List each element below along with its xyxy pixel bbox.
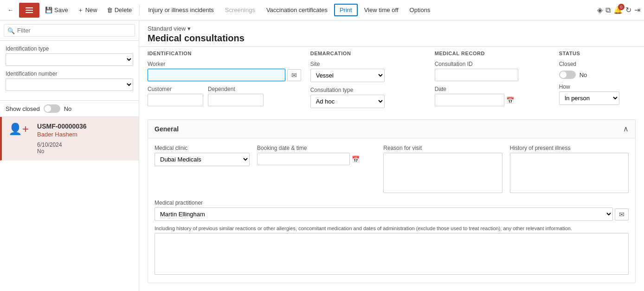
id-number-group: Identification number	[6, 71, 133, 91]
filter-input[interactable]	[4, 24, 135, 37]
main-layout: 🔍 Identification type Identification num…	[0, 20, 644, 291]
record-id: USMF-00000036	[37, 123, 132, 130]
history-note-section: Including history of previous similar re…	[155, 226, 629, 276]
worker-row: Worker Bader Hashem ✉	[148, 61, 301, 81]
nav-injury[interactable]: Injury or illness incidents	[143, 5, 219, 15]
separator	[139, 5, 140, 16]
date-field: Date 6/10/2024 📅	[435, 86, 550, 106]
customer-input[interactable]	[148, 94, 203, 106]
medical-record-col-label: MEDICAL RECORD	[435, 51, 550, 56]
reason-for-visit-label: Reason for visit	[383, 145, 502, 151]
record-item[interactable]: 👤+ USMF-00000036 Bader Hashem 6/10/2024 …	[0, 117, 139, 161]
date-input[interactable]: 6/10/2024	[435, 94, 504, 106]
new-button[interactable]: ＋ New	[74, 4, 101, 16]
sidebar-fields: Identification type Identification numbe…	[0, 41, 139, 101]
history-note-label: Including history of previous similar re…	[155, 226, 629, 231]
booking-datetime-field: Booking date & time 6/7/2024 12:00:00 AM…	[257, 145, 376, 193]
content-area: Standard view ▾ Medical consultations ID…	[139, 20, 644, 291]
nav-print[interactable]: Print	[334, 4, 358, 16]
how-select[interactable]: In person	[559, 91, 619, 105]
nav-vaccination[interactable]: Vaccination certificates	[262, 5, 332, 15]
content-header: Standard view ▾ Medical consultations	[139, 20, 644, 47]
toolbar: ← 💾 Save ＋ New 🗑 Delete Injury or illnes…	[0, 0, 644, 20]
history-label: History of present illness	[510, 145, 629, 151]
layers-icon[interactable]: ⧉	[605, 6, 611, 14]
demarcation-col-label: DEMARCATION	[310, 51, 425, 56]
how-label: How	[559, 84, 636, 90]
notification-badge[interactable]: 🔔 0	[613, 6, 623, 14]
id-number-label: Identification number	[6, 71, 133, 77]
collapse-button[interactable]: ∧	[623, 124, 629, 133]
top-columns-row: IDENTIFICATION Worker Bader Hashem ✉ C	[148, 47, 636, 115]
history-note-textarea[interactable]	[155, 233, 629, 275]
site-label: Site	[310, 61, 425, 67]
booking-calendar-icon[interactable]: 📅	[352, 155, 360, 163]
hamburger-menu[interactable]	[19, 3, 39, 18]
nav-options[interactable]: Options	[405, 5, 435, 15]
id-type-group: Identification type	[6, 45, 133, 66]
history-field: History of present illness	[510, 145, 629, 193]
refresh-icon[interactable]: ↻	[625, 6, 631, 14]
site-field: Site Vessel	[310, 61, 425, 82]
show-closed-section: Show closed No	[0, 101, 139, 117]
id-type-select[interactable]	[6, 53, 133, 66]
consultation-id-label: Consultation ID	[435, 61, 550, 67]
closed-toggle-slider	[559, 71, 576, 79]
general-body: Medical clinic Dubai Medicals Booking da…	[148, 138, 635, 283]
date-label: Date	[435, 86, 550, 92]
worker-email-button[interactable]: ✉	[287, 69, 301, 81]
history-textarea[interactable]	[510, 153, 629, 193]
worker-field: Worker Bader Hashem ✉	[148, 61, 301, 81]
customer-field: Customer	[148, 86, 203, 106]
sidebar-filter-section: 🔍	[0, 20, 139, 41]
save-button[interactable]: 💾 Save	[41, 5, 72, 15]
dependent-field: Dependent	[208, 86, 264, 106]
show-closed-label: Show closed	[6, 105, 40, 112]
worker-input[interactable]: Bader Hashem	[148, 69, 285, 81]
nav-screenings[interactable]: Screenings	[220, 5, 260, 15]
practitioner-field: Medical practitioner Martin Ellingham ✉	[155, 200, 629, 221]
delete-button[interactable]: 🗑 Delete	[103, 5, 136, 15]
consultation-type-label: Consultation type	[310, 87, 425, 93]
record-name: Bader Hashem	[37, 131, 132, 138]
show-closed-toggle[interactable]	[44, 104, 60, 113]
dependent-input[interactable]	[208, 94, 264, 106]
diamond-icon[interactable]: ◈	[597, 6, 603, 14]
general-first-row: Medical clinic Dubai Medicals Booking da…	[155, 145, 629, 193]
closed-toggle-group: No	[559, 71, 636, 79]
record-status: No	[37, 148, 132, 155]
id-type-label: Identification type	[6, 45, 133, 52]
date-input-group: 6/10/2024 📅	[435, 94, 550, 106]
nav-view-time-off[interactable]: View time off	[360, 5, 403, 15]
record-date: 6/10/2024	[37, 142, 132, 148]
general-section-title: General	[155, 125, 179, 133]
medical-clinic-field: Medical clinic Dubai Medicals	[155, 145, 250, 193]
customer-dependent-row: Customer Dependent	[148, 86, 301, 106]
practitioner-email-button[interactable]: ✉	[615, 208, 629, 220]
external-icon[interactable]: ⇥	[634, 6, 640, 14]
show-closed-value: No	[64, 105, 72, 112]
reason-for-visit-field: Reason for visit	[383, 145, 502, 193]
medical-clinic-select[interactable]: Dubai Medicals	[155, 153, 250, 166]
id-number-select[interactable]	[6, 78, 133, 91]
site-select[interactable]: Vessel	[310, 69, 385, 82]
medical-clinic-select-group: Dubai Medicals	[155, 153, 250, 166]
dependent-label: Dependent	[208, 86, 264, 92]
form-sections: IDENTIFICATION Worker Bader Hashem ✉ C	[139, 47, 644, 283]
calendar-icon[interactable]: 📅	[506, 97, 514, 104]
closed-label: Closed	[559, 61, 636, 67]
medical-record-column: MEDICAL RECORD Consultation ID USMF-0000…	[435, 51, 550, 111]
closed-field: Closed No	[559, 61, 636, 79]
practitioner-select[interactable]: Martin Ellingham	[155, 207, 613, 221]
reason-for-visit-textarea[interactable]	[383, 153, 502, 193]
new-icon: ＋	[77, 6, 84, 14]
back-button[interactable]: ←	[4, 5, 17, 15]
booking-datetime-label: Booking date & time	[257, 145, 376, 151]
view-selector[interactable]: Standard view ▾	[148, 25, 636, 32]
delete-icon: 🗑	[107, 6, 113, 13]
sidebar: 🔍 Identification type Identification num…	[0, 20, 139, 291]
consultation-type-select[interactable]: Ad hoc	[310, 95, 385, 108]
closed-toggle[interactable]	[559, 71, 576, 79]
booking-datetime-input[interactable]: 6/7/2024 12:00:00 AM	[257, 153, 350, 165]
consultation-id-input[interactable]: USMF-00000036	[435, 69, 518, 81]
